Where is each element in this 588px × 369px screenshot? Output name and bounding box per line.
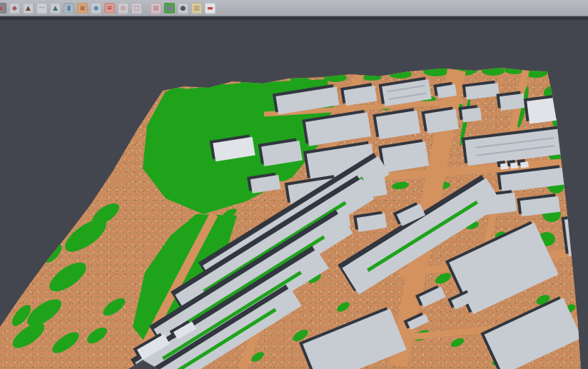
layers-icon[interactable]: ≡	[104, 3, 115, 14]
application-window: ▪◆▲••▲▮▣◉≡◎▢▦▩●▤▬	[0, 0, 588, 369]
tile-grid-icon[interactable]: ▦	[151, 3, 161, 14]
annotation-icon[interactable]: ▤	[191, 3, 202, 14]
classification-map-icon[interactable]: ▩	[164, 3, 175, 14]
profile-tool-icon[interactable]: ▮	[64, 3, 74, 14]
sphere-view-icon[interactable]: ●	[178, 3, 188, 14]
crop-region-icon[interactable]: ▢	[131, 3, 142, 14]
3d-viewport[interactable]	[0, 0, 588, 369]
main-toolbar: ▪◆▲••▲▮▣◉≡◎▢▦▩●▤▬	[0, 0, 588, 16]
globe-3d-icon[interactable]: ◉	[91, 3, 101, 14]
terrain-icon[interactable]: ▲	[23, 3, 34, 14]
measure-icon[interactable]: ▬	[205, 3, 216, 14]
ortho-tile-icon[interactable]: ▣	[77, 3, 88, 14]
point-cloud-scene	[0, 0, 588, 369]
classify-tool-icon[interactable]: ◆	[9, 3, 20, 14]
select-tool-icon[interactable]: ▪	[0, 3, 6, 14]
dem-surface-icon[interactable]: ▲	[50, 3, 61, 14]
circle-select-icon[interactable]: ◎	[118, 3, 128, 14]
point-cloud-icon[interactable]: ••	[36, 3, 47, 14]
